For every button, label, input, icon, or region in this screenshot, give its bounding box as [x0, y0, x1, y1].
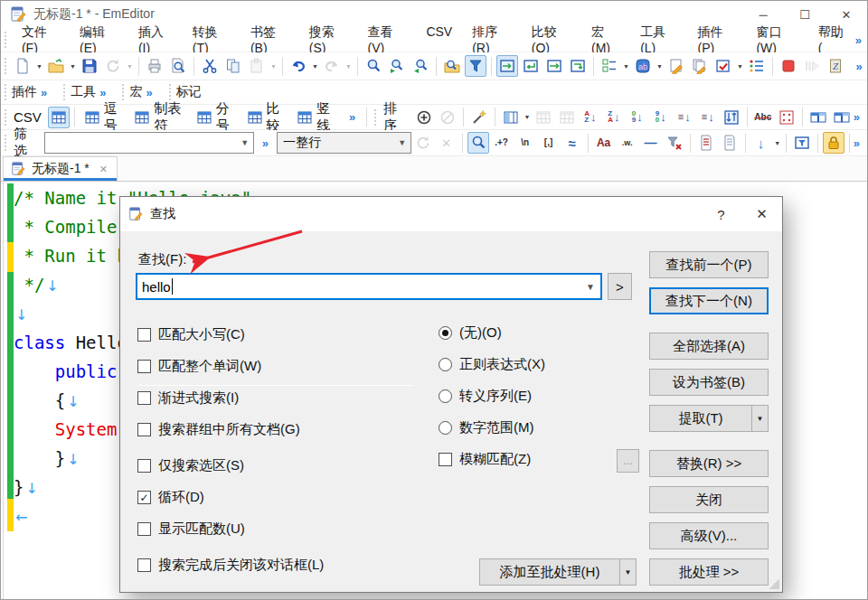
paste-icon[interactable]	[246, 55, 268, 77]
checkbox-box[interactable]	[137, 328, 151, 342]
checkbox-box[interactable]	[137, 558, 151, 572]
abc-ignore-icon[interactable]: Abc	[752, 107, 774, 128]
find-input-dropdown-icon[interactable]: ▼	[580, 282, 600, 292]
next-match-icon[interactable]: ↓	[750, 132, 772, 154]
sort-options-icon[interactable]	[746, 55, 768, 77]
wrap-none-icon[interactable]	[543, 55, 565, 77]
menu-item[interactable]: 宏(M)	[581, 24, 630, 55]
sort-90-icon[interactable]: 90↓	[650, 107, 672, 128]
checkbox-box[interactable]	[137, 391, 151, 405]
sort-≡-icon[interactable]: ≡↓	[697, 107, 719, 128]
checkbox-box[interactable]	[137, 360, 151, 373]
select-column-icon[interactable]	[500, 107, 522, 128]
menu-item[interactable]: 窗口(W)	[746, 24, 807, 55]
menu-item[interactable]: 编辑(E)	[70, 24, 128, 55]
number-format-icon[interactable]	[776, 107, 797, 128]
dialog-resize-grip[interactable]	[769, 578, 779, 589]
find-next-icon[interactable]	[386, 55, 408, 77]
tab-untitled[interactable]: 无标题-1 * ✕	[3, 156, 118, 181]
insert-column-icon[interactable]	[556, 107, 578, 128]
menu-item[interactable]: CSV	[416, 24, 462, 55]
menu-item[interactable]: 书签(B)	[241, 24, 299, 55]
menu-item[interactable]: 查看(V)	[358, 24, 417, 55]
button-查找下一个(N)[interactable]: 查找下一个(N)	[649, 287, 769, 314]
customize-2-icon[interactable]	[689, 55, 711, 77]
merge-table-icon[interactable]	[807, 107, 829, 128]
checkbox-box[interactable]	[137, 522, 151, 536]
button-查找前一个(P)[interactable]: 查找前一个(P)	[649, 251, 769, 278]
filter-overflow-chevron[interactable]: »	[262, 136, 269, 150]
filter-refresh-icon[interactable]	[412, 132, 434, 154]
menu-overflow-chevron[interactable]: »	[855, 33, 862, 47]
redo-dropdown-arrow[interactable]: ▼	[344, 63, 354, 70]
filter-find-icon[interactable]	[467, 132, 489, 154]
options-icon[interactable]	[712, 55, 734, 77]
find-prev-icon[interactable]	[410, 55, 431, 77]
checkbox-box[interactable]	[137, 459, 151, 473]
button-全部选择(A)[interactable]: 全部选择(A)	[649, 333, 769, 360]
filter-scope-select[interactable]: 一整行▼	[277, 132, 411, 154]
redo-icon[interactable]	[321, 55, 343, 77]
checkbox-搜索群组中所有文档(G)[interactable]: 搜索群组中所有文档(G)	[137, 421, 300, 438]
overflow-chevron[interactable]: »	[855, 60, 862, 73]
toolbar-group-chevron[interactable]: »	[146, 86, 152, 99]
dialog-close-button[interactable]: ✕	[741, 197, 782, 231]
find-in-files-icon[interactable]	[441, 55, 463, 77]
sort-09-icon[interactable]: 09↓	[627, 107, 648, 128]
menu-item[interactable]: 工具(L)	[630, 24, 687, 55]
checkbox-匹配整个单词(W)[interactable]: 匹配整个单词(W)	[137, 358, 261, 375]
csv-mode-制表符[interactable]: 制表符	[128, 107, 190, 128]
doc-plain-icon[interactable]	[719, 132, 741, 154]
run-macro-icon[interactable]	[801, 55, 823, 77]
dialog-title-bar[interactable]: 查找 ? ✕	[120, 197, 782, 231]
cut-icon[interactable]	[199, 55, 221, 77]
split-table-icon[interactable]	[831, 107, 853, 128]
revert-icon[interactable]	[102, 55, 124, 77]
open-folder-dropdown-arrow[interactable]: ▼	[68, 63, 78, 70]
dialog-help-button[interactable]: ?	[701, 197, 741, 231]
overflow-chevron-icon[interactable]: »	[848, 55, 868, 77]
remove-filter-icon[interactable]	[664, 132, 685, 154]
sort-overflow-chevron[interactable]: »	[854, 110, 860, 124]
button-替换(R) >>[interactable]: 替换(R) >>	[649, 450, 769, 477]
box-filter-icon[interactable]	[791, 132, 813, 154]
checkbox-box[interactable]	[137, 423, 151, 436]
csv-overflow-chevron[interactable]: »	[349, 110, 355, 124]
csv-mode-竖线[interactable]: 竖线	[291, 107, 342, 128]
menu-item[interactable]: 插件(P)	[688, 24, 747, 55]
escape-toggle-icon[interactable]: \n	[514, 132, 536, 154]
toolbar-group-chevron[interactable]: »	[99, 86, 106, 99]
menu-item[interactable]: 搜索(S)	[299, 24, 358, 55]
sort-≡-icon[interactable]: ≡↓	[674, 107, 695, 128]
word-complete-dropdown-arrow[interactable]: ▼	[655, 63, 665, 70]
add-to-batch-dropdown-icon[interactable]: ▼	[620, 568, 636, 577]
delete-column-icon[interactable]	[533, 107, 554, 128]
csv-mode-分号[interactable]: 分号	[191, 107, 241, 128]
next-match-dropdown[interactable]: ▼	[773, 140, 782, 146]
new-file-icon[interactable]	[12, 55, 33, 77]
find-icon[interactable]	[363, 55, 384, 77]
paste-dropdown-arrow[interactable]: ▼	[269, 63, 278, 70]
filter-icon[interactable]	[465, 55, 486, 77]
add-to-batch-button[interactable]: 添加至批处理(H) ▼	[479, 558, 637, 586]
tab-close-icon[interactable]: ✕	[99, 164, 108, 175]
disabled-sort-icon[interactable]	[437, 107, 458, 128]
undo-dropdown-arrow[interactable]: ▼	[310, 63, 320, 70]
lock-icon[interactable]	[823, 132, 844, 154]
customize-icon[interactable]	[665, 55, 687, 77]
checkbox-box[interactable]	[439, 453, 452, 466]
find-input[interactable]: hello ▼	[136, 273, 602, 300]
undo-icon[interactable]	[288, 55, 309, 77]
radio-circle[interactable]	[439, 358, 452, 371]
regex-toggle-icon[interactable]: .+?	[491, 132, 513, 154]
insert-pattern-button[interactable]: >	[608, 273, 632, 300]
sort-AZ-icon[interactable]: AZ↓	[580, 107, 601, 128]
csv-mode-逗号[interactable]: 逗号	[79, 107, 129, 128]
outline-icon[interactable]	[599, 55, 620, 77]
button-高级(V)...[interactable]: 高级(V)...	[649, 522, 769, 549]
convert-wand-icon[interactable]	[468, 107, 490, 128]
radio-circle[interactable]	[439, 389, 452, 403]
charset-toggle-icon[interactable]: [,]	[538, 132, 560, 154]
dash-icon[interactable]: —	[640, 132, 662, 154]
checkbox-显示匹配数(U)[interactable]: 显示匹配数(U)	[137, 520, 245, 538]
